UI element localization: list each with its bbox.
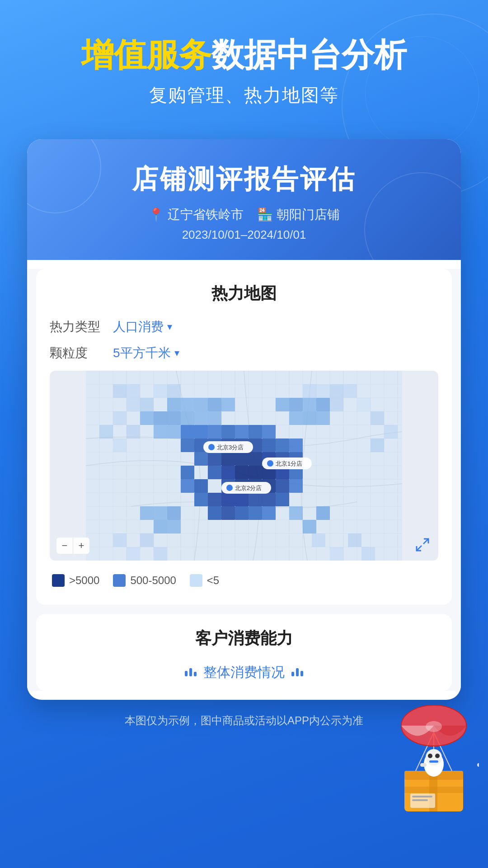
svg-rect-161	[410, 793, 435, 808]
svg-rect-38	[127, 384, 140, 398]
svg-rect-143	[235, 506, 249, 520]
legend-label-high: >5000	[69, 574, 99, 587]
svg-point-172	[428, 754, 432, 758]
svg-rect-70	[181, 398, 194, 411]
svg-rect-82	[303, 398, 316, 411]
heatmap-map[interactable]: 北京3分店 北京1分店 北京2分店 − +	[50, 371, 438, 561]
bar-5	[296, 668, 299, 676]
svg-rect-47	[371, 411, 384, 425]
card-location: 📍 辽宁省铁岭市	[148, 206, 244, 223]
svg-rect-89	[167, 506, 181, 520]
svg-rect-50	[113, 439, 127, 452]
svg-rect-65	[154, 411, 167, 425]
svg-rect-95	[181, 439, 194, 452]
consumption-subtitle: 整体消费情况	[50, 663, 438, 682]
store-icon: 🏪	[257, 207, 273, 222]
svg-point-147	[208, 444, 215, 450]
header: 增值服务数据中台分析 复购管理、热力地图等	[0, 0, 488, 130]
legend-item-mid: 500-5000	[113, 574, 176, 587]
zoom-plus-button[interactable]: +	[73, 538, 89, 554]
svg-rect-49	[113, 411, 127, 425]
svg-rect-67	[167, 398, 181, 411]
svg-rect-54	[384, 425, 398, 439]
svg-rect-116	[249, 452, 262, 466]
svg-rect-160	[404, 787, 463, 793]
svg-rect-163	[412, 799, 428, 801]
svg-rect-71	[181, 411, 194, 425]
svg-rect-77	[208, 411, 221, 425]
svg-rect-59	[154, 547, 167, 561]
svg-rect-91	[289, 506, 303, 520]
svg-rect-88	[154, 520, 167, 533]
svg-rect-39	[140, 398, 154, 411]
svg-rect-158	[404, 771, 463, 780]
title-white: 数据中台分析	[211, 37, 407, 73]
filter-granularity-value: 5平方千米	[113, 344, 171, 362]
svg-rect-60	[312, 533, 325, 547]
svg-rect-94	[181, 425, 194, 439]
legend-color-high	[52, 574, 65, 587]
svg-point-171	[426, 749, 442, 765]
zoom-minus-button[interactable]: −	[56, 538, 73, 554]
bar-4	[291, 672, 294, 676]
svg-rect-137	[194, 479, 208, 493]
svg-rect-129	[276, 479, 289, 493]
svg-rect-61	[330, 547, 343, 561]
card-body: 热力地图 热力类型 人口消费 ▾ 颗粒度 5平方千米 ▾	[27, 269, 461, 691]
map-expand-button[interactable]	[413, 536, 432, 554]
svg-rect-141	[221, 493, 235, 506]
svg-rect-145	[262, 506, 276, 520]
svg-rect-62	[348, 533, 361, 547]
svg-line-156	[417, 546, 422, 551]
card-store: 🏪 朝阳门店铺	[257, 206, 340, 223]
svg-rect-120	[262, 425, 276, 439]
svg-rect-86	[140, 506, 154, 520]
svg-line-155	[423, 539, 428, 544]
main-card: 店铺测评报告评估 📍 辽宁省铁岭市 🏪 朝阳门店铺 2023/10/01–202…	[27, 139, 461, 700]
svg-text:北京2分店: 北京2分店	[235, 485, 262, 491]
svg-rect-113	[235, 493, 249, 506]
svg-rect-81	[289, 411, 303, 425]
filter-granularity-dropdown[interactable]: 5平方千米 ▾	[113, 344, 179, 362]
svg-rect-69	[167, 425, 181, 439]
svg-rect-58	[140, 533, 154, 547]
svg-rect-44	[330, 398, 343, 411]
consumption-subtitle-text: 整体消费情况	[203, 663, 285, 682]
svg-rect-41	[167, 384, 181, 398]
svg-rect-121	[262, 439, 276, 452]
svg-rect-110	[235, 452, 249, 466]
location-icon: 📍	[148, 207, 164, 222]
filter-type-dropdown[interactable]: 人口消费 ▾	[113, 318, 172, 335]
legend-color-low	[190, 574, 202, 587]
card-date: 2023/10/01–2024/10/01	[45, 228, 443, 242]
heatmap-section: 热力地图 热力类型 人口消费 ▾ 颗粒度 5平方千米 ▾	[36, 269, 452, 605]
svg-rect-162	[412, 796, 432, 797]
svg-rect-105	[221, 452, 235, 466]
legend-label-low: <5	[207, 574, 219, 587]
svg-rect-68	[167, 411, 181, 425]
svg-rect-63	[361, 547, 375, 561]
map-zoom-controls[interactable]: − +	[56, 538, 89, 554]
chevron-down-icon: ▾	[167, 321, 172, 333]
bar-3	[194, 672, 197, 676]
card-meta: 📍 辽宁省铁岭市 🏪 朝阳门店铺	[45, 206, 443, 223]
consumption-section: 客户消费能力 整体消费情况	[36, 614, 452, 691]
svg-rect-130	[276, 493, 289, 506]
location-text: 辽宁省铁岭市	[168, 206, 244, 223]
svg-rect-53	[371, 439, 384, 452]
svg-rect-92	[303, 520, 316, 533]
svg-rect-46	[357, 398, 371, 411]
svg-rect-131	[289, 439, 303, 452]
chevron-down-icon-2: ▾	[174, 347, 179, 359]
heatmap-svg: 北京3分店 北京1分店 北京2分店	[50, 371, 438, 561]
svg-rect-175	[420, 763, 427, 767]
footer-disclaimer: 本图仅为示例，图中商品或活动以APP内公示为准	[125, 714, 363, 726]
svg-rect-103	[221, 425, 235, 439]
svg-rect-126	[276, 439, 289, 452]
bars-left-icon	[185, 668, 197, 676]
svg-rect-84	[316, 398, 330, 411]
svg-rect-135	[181, 466, 194, 479]
svg-rect-144	[249, 506, 262, 520]
main-title: 增值服务数据中台分析	[27, 36, 461, 74]
heatmap-legend: >5000 500-5000 <5	[50, 570, 438, 591]
